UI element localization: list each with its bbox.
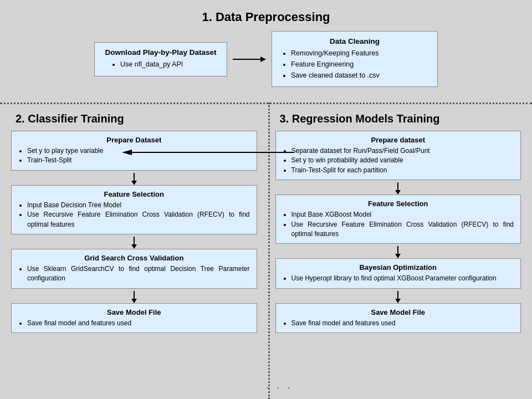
s2-feature-item-1: Input Base Decision Tree Model [27,201,250,210]
download-list-item-1: Use nfl_data_py API [120,59,218,70]
s2-prepare-item-2: Train-Test-Split [27,156,250,165]
section2-flow: Prepare Dataset Set y to play type varia… [11,131,257,335]
svg-marker-7 [131,299,137,303]
s3-save-box: Save Model File Save final model and fea… [275,303,521,333]
s2-save-title: Save Model File [18,308,250,316]
s2-prepare-title: Prepare Dataset [18,136,250,144]
sections-23: 2. Classifier Training Prepare Dataset S… [0,103,532,399]
cleaning-list-item-3: Save cleaned dataset to .csv [291,70,428,81]
s2-gridsearch-item-1: Use Sklearn GridSearchCV to find optimal… [27,264,250,284]
s3-prepare-item-3: Train-Test-Split for each partition [291,166,514,175]
s3-bayesian-box: Bayesian Optimization Use Hyperopt libra… [275,258,521,288]
section1-boxes: Download Play-by-Play Dataset Use nfl_da… [0,31,532,87]
s2-save-box: Save Model File Save final model and fea… [11,303,257,333]
s3-arrow-1 [275,182,521,195]
s3-save-list: Save final model and features used [283,319,514,328]
s3-feature-box: Feature Selection Input Base XGBoost Mod… [275,195,521,244]
s3-save-title: Save Model File [283,308,514,316]
s3-prepare-item-2: Set y to win probability added variable [291,156,514,165]
s3-prepare-title: Prepare dataset [283,136,514,144]
section2: 2. Classifier Training Prepare Dataset S… [0,103,268,399]
s3-feature-list: Input Base XGBoost Model Use Recursive F… [283,210,514,239]
svg-marker-1 [260,57,266,62]
download-box-title: Download Play-by-Play Dataset [104,48,218,57]
svg-marker-9 [395,190,401,195]
s3-arrow-2 [275,246,521,258]
svg-marker-3 [131,181,137,185]
s2-arrow-3 [11,291,257,303]
bottom-dotted-indicator: · · · [266,381,293,393]
section3-flow: Prepare dataset Separate dataset for Run… [275,131,521,335]
data-cleaning-box: Data Cleaning Removing/Keeping Features … [272,31,438,87]
section1: 1. Data Preprocessing Download Play-by-P… [0,0,532,103]
s3-bayesian-title: Bayesian Optimization [283,263,514,272]
main-container: 1. Data Preprocessing Download Play-by-P… [0,0,532,399]
download-dataset-box: Download Play-by-Play Dataset Use nfl_da… [94,42,227,76]
arrow-download-to-cleaning [233,54,266,65]
s2-feature-list: Input Base Decision Tree Model Use Recur… [18,201,250,229]
s3-feature-item-1: Input Base XGBoost Model [291,210,514,219]
section2-title: 2. Classifier Training [11,108,257,131]
s3-arrow-3 [275,291,521,303]
svg-marker-11 [395,254,401,258]
s2-feature-box: Feature Selection Input Base Decision Tr… [11,185,257,234]
s3-save-item-1: Save final model and features used [291,319,514,328]
s3-bayesian-item-1: Use Hyperopt library to find optimal XGB… [291,274,514,283]
s3-prepare-box: Prepare dataset Separate dataset for Run… [275,131,521,180]
s3-feature-title: Feature Selection [283,200,514,208]
s2-arrow-1 [11,173,257,185]
s2-feature-title: Feature Selection [18,190,250,198]
cleaning-list-item-1: Removing/Keeping Features [291,48,428,59]
s2-gridsearch-title: Grid Search Cross Validation [18,254,250,262]
cleaning-box-title: Data Cleaning [281,37,428,45]
cleaning-list-item-2: Feature Engineering [291,59,428,70]
s2-feature-item-2: Use Recursive Feature Elimination Cross … [27,210,250,229]
s2-prepare-list: Set y to play type variable Train-Test-S… [18,146,250,166]
s3-feature-item-2: Use Recursive Feature Elimination Cross … [291,220,514,239]
s2-gridsearch-list: Use Sklearn GridSearchCV to find optimal… [18,264,250,284]
s2-prepare-item-1: Set y to play type variable [27,146,250,156]
s2-prepare-box: Prepare Dataset Set y to play type varia… [11,131,257,171]
svg-marker-13 [395,299,401,303]
section1-title: 1. Data Preprocessing [0,0,532,31]
s2-save-list: Save final model and features used [18,319,250,328]
s2-save-item-1: Save final model and features used [27,319,250,328]
s3-prepare-item-1: Separate dataset for Run/Pass/Field Goal… [291,146,514,156]
section3-title: 3. Regression Models Training [275,108,521,131]
s2-gridsearch-box: Grid Search Cross Validation Use Sklearn… [11,249,257,289]
s2-arrow-2 [11,237,257,249]
cleaning-box-list: Removing/Keeping Features Feature Engine… [281,48,428,80]
download-box-list: Use nfl_data_py API [104,59,218,70]
svg-marker-5 [131,244,137,249]
s3-bayesian-list: Use Hyperopt library to find optimal XGB… [283,274,514,283]
s3-prepare-list: Separate dataset for Run/Pass/Field Goal… [283,146,514,175]
section3: 3. Regression Models Training Prepare da… [268,103,533,399]
